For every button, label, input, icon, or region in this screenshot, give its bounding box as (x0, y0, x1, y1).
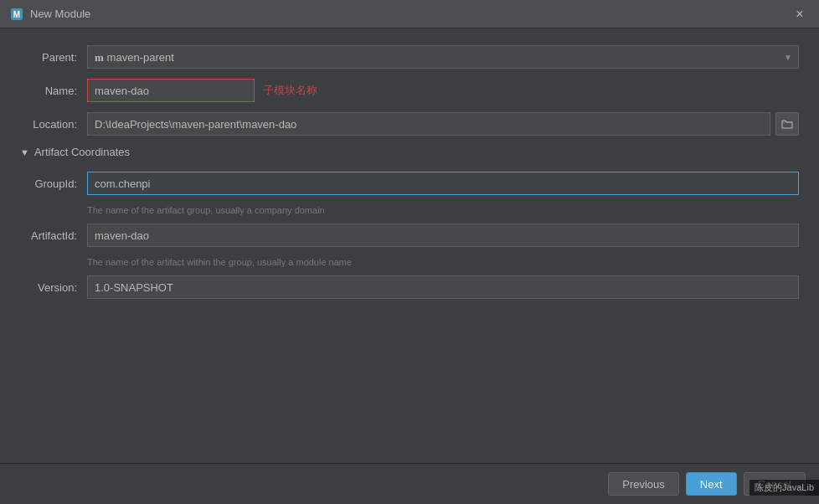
browse-folder-button[interactable] (775, 112, 799, 136)
name-label: Name: (20, 85, 87, 97)
location-label: Location: (20, 118, 87, 131)
groupid-hint: The name of the artifact group, usually … (87, 205, 799, 215)
artifactid-row: ArtifactId: (20, 224, 799, 247)
artifactid-label: ArtifactId: (20, 229, 87, 242)
title-bar-left: M New Module (10, 8, 90, 21)
artifact-section-title: Artifact Coordinates (34, 146, 130, 158)
artifact-section-header: ▼ Artifact Coordinates (20, 146, 799, 158)
name-row: Name: 子模块名称 (20, 79, 799, 102)
dialog-title: New Module (30, 8, 90, 20)
title-bar: M New Module × (0, 0, 819, 28)
location-input-group (87, 112, 799, 136)
close-button[interactable]: × (791, 5, 809, 23)
name-input[interactable] (87, 79, 255, 102)
dialog-icon: M (10, 8, 23, 21)
groupid-input[interactable] (87, 172, 799, 195)
version-input[interactable] (87, 275, 799, 299)
version-label: Version: (20, 281, 87, 294)
parent-select-wrapper: 𝐦 maven-parent ▼ (87, 45, 799, 69)
parent-label: Parent: (20, 51, 87, 64)
parent-row: Parent: 𝐦 maven-parent ▼ (20, 45, 799, 69)
artifact-section: ▼ Artifact Coordinates GroupId: The name… (20, 146, 799, 299)
groupid-row: GroupId: (20, 172, 799, 195)
previous-button[interactable]: Previous (608, 472, 679, 496)
version-row: Version: (20, 275, 799, 299)
svg-text:M: M (13, 10, 20, 19)
artifactid-hint: The name of the artifact within the grou… (87, 257, 799, 267)
parent-select[interactable]: 𝐦 maven-parent (87, 45, 799, 69)
location-input[interactable] (87, 112, 770, 136)
artifactid-input[interactable] (87, 224, 799, 247)
name-annotation: 子模块名称 (263, 83, 317, 98)
next-button[interactable]: Next (686, 472, 737, 496)
collapse-arrow-icon[interactable]: ▼ (20, 147, 29, 157)
groupid-label: GroupId: (20, 177, 87, 190)
dialog-footer: Previous Next Cancel 陈皮的JavaLib (0, 463, 819, 504)
dialog-content: Parent: 𝐦 maven-parent ▼ Name: 子模块名称 Loc… (0, 28, 819, 463)
location-row: Location: (20, 112, 799, 136)
watermark: 陈皮的JavaLib (749, 480, 819, 496)
new-module-dialog: M New Module × Parent: 𝐦 maven-parent ▼ … (0, 0, 819, 504)
